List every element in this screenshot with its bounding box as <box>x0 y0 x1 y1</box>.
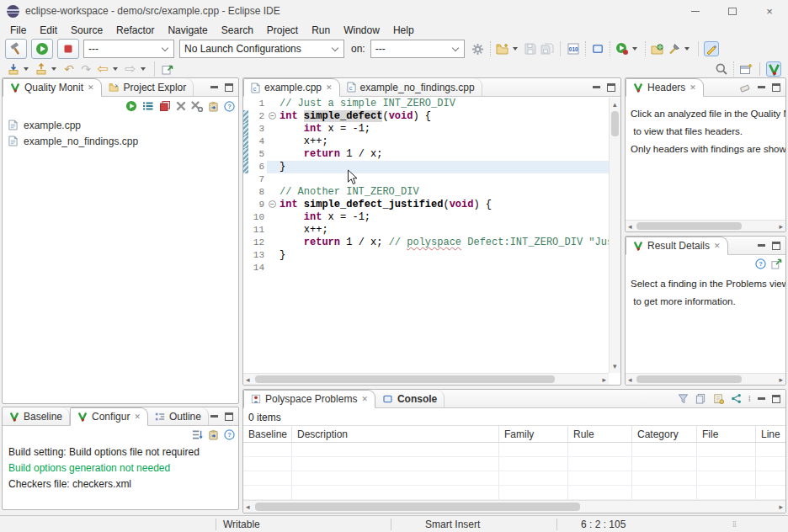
editor-vertical-scrollbar[interactable]: ▴ ▾ <box>609 98 620 373</box>
minimize-panel-icon[interactable] <box>758 397 765 400</box>
maximize-panel-icon[interactable] <box>607 83 615 92</box>
scroll-left-icon[interactable]: ◂ <box>628 221 632 232</box>
code-line[interactable]: 8// Another INT_ZERO_DIV <box>243 186 609 199</box>
dropdown-arrow-icon[interactable] <box>51 67 56 71</box>
tab-configur[interactable]: Configur ✕ <box>70 407 148 426</box>
run-history-button[interactable] <box>615 41 630 56</box>
scroll-right-icon[interactable]: ▸ <box>779 221 783 232</box>
maximize-panel-icon[interactable] <box>772 395 780 403</box>
file-item[interactable]: example_no_findings.cpp <box>3 133 238 149</box>
column-header-file[interactable]: File <box>697 426 756 442</box>
minimize-panel-icon[interactable] <box>210 86 218 88</box>
help-icon[interactable]: ? <box>224 429 235 440</box>
open-in-editor-icon[interactable] <box>771 258 782 269</box>
scrollbar-thumb[interactable] <box>636 222 742 230</box>
code-line[interactable]: 1// Just a simple INT_ZERO_DIV <box>243 98 609 110</box>
previous-annotation-button[interactable] <box>34 61 49 77</box>
share-tree-icon[interactable] <box>731 393 742 404</box>
column-header-rule[interactable]: Rule <box>568 426 632 442</box>
code-line[interactable]: 11 x++; <box>243 224 609 237</box>
close-icon[interactable]: ✕ <box>690 83 696 92</box>
code-line[interactable]: 3 int x = -1; <box>243 123 609 136</box>
scrollbar-thumb[interactable] <box>255 503 580 511</box>
scroll-left-icon[interactable]: ◂ <box>628 374 632 386</box>
dropdown-arrow-icon[interactable] <box>684 47 690 51</box>
problems-horizontal-scrollbar[interactable]: ◂ ▸ <box>243 500 785 513</box>
tab-headers[interactable]: Headers ✕ <box>626 78 704 97</box>
forward-history-icon[interactable]: ⇨ <box>123 61 138 77</box>
scrollbar-thumb[interactable] <box>611 111 619 136</box>
next-edit-location-icon[interactable]: ↷ <box>78 61 93 77</box>
code-line[interactable]: 7 <box>243 173 609 186</box>
scroll-left-icon[interactable]: ◂ <box>246 501 250 513</box>
menu-item-window[interactable]: Window <box>337 23 386 38</box>
menu-item-source[interactable]: Source <box>64 23 109 38</box>
scroll-left-icon[interactable]: ◂ <box>246 374 250 386</box>
save-button[interactable] <box>523 41 538 56</box>
dropdown-arrow-icon[interactable] <box>113 67 118 71</box>
column-header-baseline[interactable]: Baseline <box>243 426 292 442</box>
code-line[interactable]: 14 <box>243 262 609 274</box>
fold-marker-icon[interactable]: − <box>267 199 278 211</box>
minimize-panel-icon[interactable] <box>210 415 218 418</box>
table-row[interactable] <box>243 443 785 457</box>
target-combo[interactable]: --- <box>370 40 465 58</box>
next-annotation-button[interactable] <box>6 61 21 77</box>
tab-outline[interactable]: Outline <box>148 407 209 425</box>
tab-result-details[interactable]: Result Details ✕ <box>626 237 728 255</box>
code-line[interactable]: 10 int x = -1; <box>243 211 609 224</box>
close-icon[interactable]: ✕ <box>361 395 368 403</box>
scrollbar-thumb[interactable] <box>636 375 742 383</box>
file-item[interactable]: example.cpp <box>3 117 238 133</box>
scroll-right-icon[interactable]: ▸ <box>779 374 783 386</box>
column-header-description[interactable]: Description <box>292 426 499 442</box>
filter-icon[interactable] <box>678 393 689 404</box>
dropdown-arrow-icon[interactable] <box>141 67 146 71</box>
headers-horizontal-scrollbar[interactable]: ◂ ▸ <box>626 220 785 231</box>
menu-item-file[interactable]: File <box>3 23 33 38</box>
window-maximize-button[interactable] <box>714 0 751 22</box>
close-icon[interactable]: ✕ <box>714 242 721 250</box>
menu-item-refactor[interactable]: Refactor <box>109 23 161 38</box>
table-row[interactable] <box>243 471 785 486</box>
menu-item-search[interactable]: Search <box>215 23 260 38</box>
table-row[interactable] <box>243 457 785 471</box>
scroll-right-icon[interactable]: ▸ <box>602 374 606 386</box>
menu-item-help[interactable]: Help <box>386 23 421 38</box>
remove-all-icon[interactable] <box>159 100 171 112</box>
maximize-panel-icon[interactable] <box>772 242 780 250</box>
search-button[interactable] <box>714 61 729 77</box>
list-results-icon[interactable] <box>142 100 154 112</box>
run-icon[interactable] <box>125 100 137 112</box>
column-header-family[interactable]: Family <box>499 426 568 442</box>
back-history-icon[interactable]: ⇦ <box>95 61 110 77</box>
open-perspective-button[interactable] <box>738 61 753 77</box>
dropdown-arrow-icon[interactable] <box>24 67 29 71</box>
view-menu-icon[interactable]: ⁞ <box>748 393 752 405</box>
minimize-panel-icon[interactable] <box>758 244 765 247</box>
dropdown-arrow-icon[interactable] <box>632 47 637 51</box>
new-wizard-button[interactable] <box>495 41 510 56</box>
menu-item-navigate[interactable]: Navigate <box>161 23 214 38</box>
tab-baseline[interactable]: Baseline <box>3 407 70 425</box>
code-line[interactable]: 5 return 1 / x; <box>243 148 609 161</box>
code-line[interactable]: 12 return 1 / x; // polyspace Defect:INT… <box>243 237 609 249</box>
code-line[interactable]: 2−int simple_defect(void) { <box>243 110 609 123</box>
last-edit-location-icon[interactable]: ↶ <box>61 61 77 77</box>
close-icon[interactable]: ✕ <box>88 83 94 92</box>
expand-list-icon[interactable] <box>192 429 203 440</box>
console-tool-button[interactable] <box>590 41 605 56</box>
fold-marker-icon[interactable]: − <box>267 110 278 123</box>
delete-configure-icon[interactable] <box>191 101 203 112</box>
export-report-icon[interactable] <box>208 429 219 440</box>
scroll-right-icon[interactable]: ▸ <box>779 501 783 513</box>
stop-button[interactable] <box>57 39 79 59</box>
copy-icon[interactable] <box>695 393 706 404</box>
close-icon[interactable]: ✕ <box>326 83 333 92</box>
delete-icon[interactable] <box>176 101 186 111</box>
scroll-up-icon[interactable]: ▴ <box>613 98 617 110</box>
open-type-button[interactable] <box>650 41 665 56</box>
menu-item-project[interactable]: Project <box>260 23 305 38</box>
tab-example-no-findings-cpp[interactable]: c example_no_findings.cpp <box>340 78 482 96</box>
mark-occurrences-button[interactable] <box>704 41 719 56</box>
